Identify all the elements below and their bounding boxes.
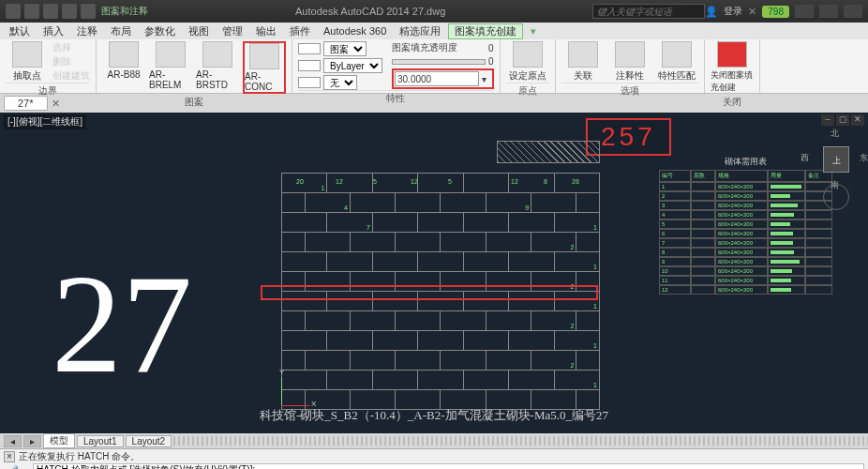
qat-save-icon[interactable]	[43, 4, 58, 19]
tab-layout1[interactable]: Layout1	[77, 435, 124, 447]
tab-featured[interactable]: 精选应用	[394, 24, 446, 38]
nav-wheel-icon[interactable]	[823, 184, 849, 210]
compass-w: 西	[801, 152, 809, 164]
layout-tabs: ◂▸ 模型 Layout1 Layout2	[0, 433, 868, 448]
vp-min-icon[interactable]: –	[821, 114, 834, 126]
pick-points-icon	[12, 41, 42, 68]
tab-model[interactable]: 模型	[43, 433, 75, 448]
color-swatch-icon	[298, 60, 321, 71]
annotative-button[interactable]: 注释性	[608, 41, 651, 83]
tab-insert[interactable]: 插入	[37, 24, 69, 38]
qat-redo-icon[interactable]	[81, 4, 96, 19]
workspace-label[interactable]: 图案和注释	[101, 5, 148, 18]
vp-close-icon[interactable]: ✕	[851, 114, 864, 126]
tab-manage[interactable]: 管理	[217, 24, 248, 38]
tab-plugins[interactable]: 插件	[284, 24, 316, 38]
maximize-button[interactable]	[819, 5, 838, 18]
cmd-close-icon[interactable]: ×	[4, 451, 15, 462]
tab-annotate[interactable]: 注释	[71, 24, 103, 38]
watermark-number: 27	[52, 253, 192, 394]
window-title: Autodesk AutoCAD 2014 27.dwg	[148, 6, 592, 17]
pattern-ar-brelm[interactable]: AR-BRELM	[149, 41, 192, 90]
dim-label: 8	[544, 178, 547, 185]
ribbon: 抽取点 选择 删除 创建建筑 边界 AR-B88 AR-BRELM AR-BRS…	[0, 39, 868, 94]
hatch-icon	[202, 41, 232, 68]
panel-properties: 图案 ByLayer 无 图案填充透明度0 0 30.0000▾ 特性	[292, 39, 501, 93]
table-row: 6600×240×200	[659, 229, 832, 238]
title-bar: 图案和注释 Autodesk AutoCAD 2014 27.dwg 👤 登录 …	[0, 0, 868, 23]
transparency-label: 图案填充透明度	[392, 41, 457, 54]
tab-hatch-creation[interactable]: 图案填充创建	[448, 23, 523, 39]
qat[interactable]	[6, 4, 96, 19]
recreate-option[interactable]: 创建建筑	[52, 69, 90, 83]
scale-input[interactable]: 30.0000	[395, 71, 479, 86]
cmd-chevron-icon[interactable]: ▸	[4, 465, 8, 470]
file-tab-27[interactable]: 27*	[4, 96, 48, 111]
tab-default[interactable]: 默认	[4, 24, 36, 38]
panel-boundary: 抽取点 选择 删除 创建建筑 边界	[0, 39, 97, 93]
command-input[interactable]	[33, 463, 864, 469]
compass-e: 东	[860, 152, 868, 164]
exchange-icon[interactable]: ✕	[748, 6, 756, 18]
dropdown-icon[interactable]: ▾	[482, 74, 486, 84]
axis-y-label: Y	[279, 368, 284, 376]
table-row: 11600×240×200	[659, 276, 832, 285]
user-icon[interactable]: 👤	[705, 6, 718, 18]
table-row: 8600×240×200	[659, 248, 832, 257]
select-option[interactable]: 选择	[52, 41, 90, 54]
tab-parametric[interactable]: 参数化	[139, 24, 181, 38]
tab-more-icon[interactable]: ▾	[525, 25, 542, 38]
hatch-icon	[249, 43, 279, 69]
hatch-region	[497, 141, 600, 163]
close-hatch-button[interactable]: 关闭图案填充创建	[711, 41, 754, 94]
dim-label: 20	[296, 178, 304, 185]
user-label[interactable]: 登录	[724, 5, 742, 18]
tab-layout2[interactable]: Layout2	[126, 435, 172, 447]
notification-badge[interactable]: 798	[762, 6, 789, 18]
drawing-canvas[interactable]: [-][俯视][二维线框] – ▢ ✕ 27 257 1 49 71 2 1 2…	[0, 113, 868, 433]
command-line: ×正在恢复执行 HATCH 命令。 ▸🔧 -	[0, 448, 868, 469]
hatch-icon	[109, 41, 139, 68]
table-row: 9600×240×200	[659, 257, 832, 266]
tab-view[interactable]: 视图	[183, 24, 215, 38]
minimize-button[interactable]	[795, 5, 814, 18]
tab-a360[interactable]: Autodesk 360	[318, 25, 392, 37]
help-search-input[interactable]	[592, 4, 705, 19]
dim-label: 12	[511, 178, 518, 185]
pick-points-label: 抽取点	[13, 69, 41, 83]
angle-slider[interactable]	[392, 59, 486, 65]
panel-pattern-label: 图案	[102, 94, 286, 109]
app-icon[interactable]	[6, 4, 21, 19]
panel-options-label: 选项	[561, 83, 698, 98]
view-cube[interactable]: 上	[823, 146, 849, 173]
panel-properties-label: 特性	[298, 90, 494, 105]
set-origin-button[interactable]: 设定原点	[506, 41, 549, 83]
qat-undo-icon[interactable]	[62, 4, 77, 19]
pick-points-button[interactable]: 抽取点	[6, 41, 49, 83]
pattern-ar-conc[interactable]: AR-CONC	[243, 41, 286, 94]
viewport-label[interactable]: [-][俯视][二维线框]	[4, 114, 86, 129]
associative-button[interactable]: 关联	[561, 41, 605, 83]
new-tab-icon[interactable]: ✕	[52, 98, 60, 110]
link-icon	[568, 41, 598, 68]
match-props-button[interactable]: 特性匹配	[655, 41, 698, 83]
vp-max-icon[interactable]: ▢	[836, 114, 849, 126]
pattern-ar-brstd[interactable]: AR-BRSTD	[196, 41, 239, 90]
viewport-controls: – ▢ ✕	[821, 114, 864, 126]
qat-open-icon[interactable]	[24, 4, 39, 19]
panel-close: 关闭图案填充创建 关闭	[705, 39, 760, 93]
tab-output[interactable]: 输出	[250, 24, 282, 38]
pattern-type-select[interactable]: 图案	[323, 41, 367, 56]
table-row: 4600×240×200	[659, 210, 832, 219]
dim-label: 5	[373, 178, 377, 185]
table-row: 10600×240×200	[659, 266, 832, 276]
close-button[interactable]	[844, 5, 862, 18]
bg-select[interactable]: 无	[323, 75, 357, 90]
color-select[interactable]: ByLayer	[323, 58, 382, 73]
pattern-ar-b88[interactable]: AR-B88	[102, 41, 145, 80]
highlighted-course	[261, 285, 598, 300]
panel-origin: 设定原点 原点	[501, 39, 556, 93]
tab-layout[interactable]: 布局	[105, 24, 137, 38]
hatch-icon	[156, 41, 186, 68]
remove-option[interactable]: 删除	[52, 55, 90, 68]
